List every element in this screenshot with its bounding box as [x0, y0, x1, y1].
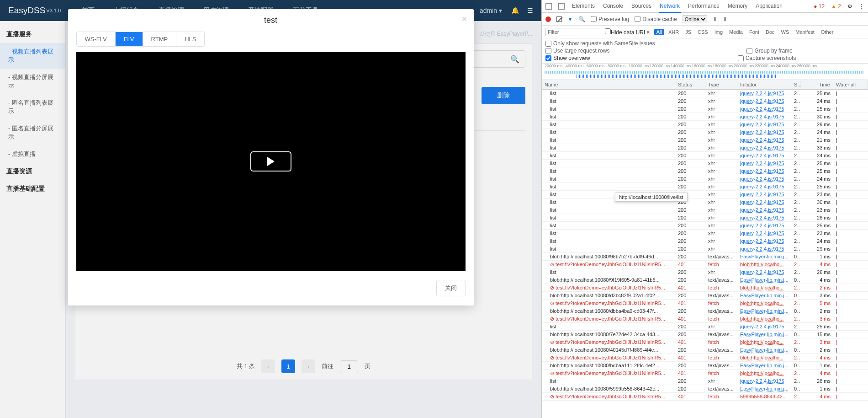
network-row[interactable]: list200xhrjquery-2.2.4.js:91752...25 ms|	[542, 183, 868, 191]
opt-overview[interactable]: Show overview	[545, 55, 590, 61]
video-modal: × test WS-FLVFLVRTMPHLS 关闭	[68, 9, 474, 305]
network-row[interactable]: list200xhrjquery-2.2.4.js:91752...25 ms|	[542, 160, 868, 167]
network-row[interactable]: list200xhrjquery-2.2.4.js:91752...30 ms|	[542, 198, 868, 206]
opt-samesite[interactable]: Only show requests with SameSite issues	[545, 40, 864, 47]
filter-pill-css[interactable]: CSS	[695, 29, 710, 35]
network-toolbar: ▼ 🔍 Preserve log Disable cache Online ⬆ …	[542, 13, 868, 26]
filter-pill-manifest[interactable]: Manifest	[793, 29, 817, 35]
network-row[interactable]: list200xhrjquery-2.2.4.js:91752...25 ms|	[542, 222, 868, 230]
format-tab-rtmp[interactable]: RTMP	[143, 32, 177, 46]
devtools-tabs: ElementsConsoleSourcesNetworkPerformance…	[542, 0, 868, 13]
network-row[interactable]: blob:http://localhost:10080/98b7b27b-ddf…	[542, 253, 868, 261]
network-row[interactable]: list200xhrjquery-2.2.4.js:91752...24 ms|	[542, 237, 868, 245]
warn-count[interactable]: ▲ 2	[831, 3, 841, 10]
format-tabs: WS-FLVFLVRTMPHLS	[76, 32, 205, 47]
network-row[interactable]: ⊘ test.flv?tokenDemo=eyJhbGciOiJIUzI1NiI…	[542, 300, 868, 307]
filter-pill-all[interactable]: All	[654, 29, 664, 35]
video-player[interactable]	[76, 52, 466, 271]
network-row[interactable]: blob:http://localhost:10080/40145d7f-f88…	[542, 346, 868, 354]
network-row[interactable]: list200xhrjquery-2.2.4.js:91752...25 ms|	[542, 105, 868, 113]
network-row[interactable]: ⊘ test.flv?tokenDemo=eyJhbGciOiJIUzI1NiI…	[542, 284, 868, 292]
filter-pill-font[interactable]: Font	[747, 29, 762, 35]
network-row[interactable]: ⊘ test.flv?tokenDemo=eyJhbGciOiJIUzI1NiI…	[542, 370, 868, 377]
network-row[interactable]: ⊘ test.flv?tokenDemo=eyJhbGciOiJIUzI1NiI…	[542, 338, 868, 346]
filter-pill-ws[interactable]: WS	[779, 29, 792, 35]
request-tooltip: http://localhost:10080/live/list	[615, 193, 688, 202]
modal-title: test	[76, 16, 466, 25]
devtools-tab-console[interactable]: Console	[602, 0, 624, 13]
network-row[interactable]: list200xhrjquery-2.2.4.js:91752...30 ms|	[542, 113, 868, 121]
network-row[interactable]: list200xhrjquery-2.2.4.js:91752...25 ms|	[542, 90, 868, 97]
network-row[interactable]: blob:http://localhost:10080/7e72de42-34c…	[542, 331, 868, 338]
network-row[interactable]: list200xhrjquery-2.2.4.js:91752...24 ms|	[542, 129, 868, 136]
filter-pill-js[interactable]: JS	[683, 29, 693, 35]
network-row[interactable]: list200xhrjquery-2.2.4.js:91752...25 ms|	[542, 323, 868, 331]
play-button[interactable]	[250, 151, 291, 171]
throttle-select[interactable]: Online	[683, 15, 707, 23]
network-filter-bar: Hide data URLs AllXHRJSCSSImgMediaFontDo…	[542, 26, 868, 38]
network-row[interactable]: list200xhrjquery-2.2.4.js:91752...23 ms|	[542, 230, 868, 237]
play-icon	[267, 157, 275, 166]
devtools-tab-network[interactable]: Network	[659, 0, 681, 13]
filter-pill-other[interactable]: Other	[819, 29, 836, 35]
network-row[interactable]: list200xhrjquery-2.2.4.js:91752...29 ms|	[542, 121, 868, 129]
network-row[interactable]: list200xhrjquery-2.2.4.js:91752...33 ms|	[542, 144, 868, 152]
network-row[interactable]: ⊘ test.flv?tokenDemo=eyJhbGciOiJIUzI1NiI…	[542, 354, 868, 362]
devtools-tab-memory[interactable]: Memory	[727, 0, 748, 13]
network-request-list: http://localhost:10080/live/list list200…	[542, 90, 868, 418]
network-row[interactable]: list200xhrjquery-2.2.4.js:91752...29 ms|	[542, 245, 868, 253]
modal-backdrop: × test WS-FLVFLVRTMPHLS 关闭	[0, 0, 541, 418]
filter-icon[interactable]: ▼	[567, 16, 573, 22]
network-row[interactable]: list200xhrjquery-2.2.4.js:91752...24 ms|	[542, 97, 868, 105]
network-row[interactable]: list200xhrjquery-2.2.4.js:91752...26 ms|	[542, 214, 868, 222]
close-icon[interactable]: ×	[462, 14, 467, 24]
download-icon[interactable]: ⬇	[723, 16, 727, 22]
filter-pill-xhr[interactable]: XHR	[666, 29, 681, 35]
clear-icon[interactable]	[556, 16, 562, 22]
settings-icon[interactable]: ⚙	[847, 3, 852, 10]
network-row[interactable]: ⊘ test.flv?tokenDemo=eyJhbGciOiJIUzI1NiI…	[542, 315, 868, 323]
network-row[interactable]: list200xhrjquery-2.2.4.js:91752...24 ms|	[542, 175, 868, 183]
inspect-icon[interactable]	[545, 3, 552, 10]
network-row[interactable]: list200xhrjquery-2.2.4.js:91752...23 ms|	[542, 206, 868, 214]
network-row[interactable]: blob:http://localhost:10080/dbba4ba9-cd0…	[542, 307, 868, 315]
devtools-tab-elements[interactable]: Elements	[571, 0, 596, 13]
network-row[interactable]: list200xhrjquery-2.2.4.js:91752...26 ms|	[542, 268, 868, 276]
network-row[interactable]: blob:http://localhost:10080/bdbaa111-2fd…	[542, 362, 868, 370]
network-timeline[interactable]: 20000 ms40000 ms60000 ms80000 ms100000 m…	[542, 64, 868, 80]
network-row[interactable]: list200xhrjquery-2.2.4.js:91752...24 ms|	[542, 152, 868, 160]
network-columns: Name Status Type Initiator S... Time Wat…	[542, 80, 868, 90]
devtools-tab-sources[interactable]: Sources	[630, 0, 652, 13]
format-tab-flv[interactable]: FLV	[116, 32, 143, 46]
opt-large[interactable]: Use large request rows	[545, 48, 609, 54]
network-row[interactable]: list200xhrjquery-2.2.4.js:91752...21 ms|	[542, 136, 868, 144]
filter-input[interactable]	[545, 28, 600, 36]
network-row[interactable]: blob:http://localhost:10080/5999b556-864…	[542, 385, 868, 393]
network-row[interactable]: blob:http://localhost:10080/9f19f605-9a8…	[542, 276, 868, 284]
preserve-log[interactable]: Preserve log	[591, 16, 629, 22]
more-icon[interactable]: ⋮	[859, 3, 864, 10]
filter-pill-doc[interactable]: Doc	[763, 29, 777, 35]
record-icon[interactable]	[545, 16, 551, 22]
disable-cache[interactable]: Disable cache	[635, 16, 677, 22]
format-tab-ws-flv[interactable]: WS-FLV	[77, 32, 116, 46]
format-tab-hls[interactable]: HLS	[176, 32, 204, 46]
network-row[interactable]: blob:http://localhost:10080/d3bc82f9-02a…	[542, 292, 868, 300]
device-icon[interactable]	[558, 3, 565, 10]
upload-icon[interactable]: ⬆	[713, 16, 717, 22]
error-count[interactable]: ● 12	[814, 3, 825, 10]
network-row[interactable]: list200xhrjquery-2.2.4.js:91752...28 ms|	[542, 377, 868, 385]
filter-pill-img[interactable]: Img	[712, 29, 725, 35]
filter-pill-media[interactable]: Media	[727, 29, 745, 35]
opt-group[interactable]: Group by frame	[746, 48, 792, 54]
search-icon[interactable]: 🔍	[578, 16, 585, 22]
network-row[interactable]: ⊘ test.flv?tokenDemo=eyJhbGciOiJIUzI1NiI…	[542, 393, 868, 401]
devtools-tab-application[interactable]: Application	[755, 0, 783, 13]
network-row[interactable]: ⊘ test.flv?tokenDemo=eyJhbGciOiJIUzI1NiI…	[542, 261, 868, 268]
network-row[interactable]: listxhrjquery-2.2.4.js:91752...23 ms|	[542, 191, 868, 198]
hide-urls[interactable]: Hide data URLs	[605, 28, 650, 36]
devtools-tab-performance[interactable]: Performance	[687, 0, 720, 13]
modal-close-button[interactable]: 关闭	[436, 280, 466, 296]
opt-capture[interactable]: Capture screenshots	[738, 55, 796, 61]
network-row[interactable]: list200xhrjquery-2.2.4.js:91752...25 ms|	[542, 167, 868, 175]
